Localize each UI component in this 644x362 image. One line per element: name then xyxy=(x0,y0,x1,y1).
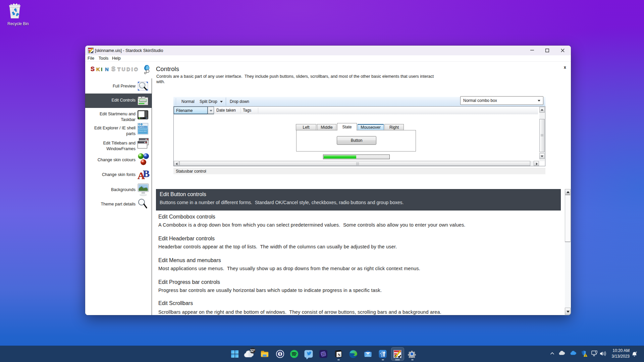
svg-text:I: I xyxy=(101,71,102,77)
svg-text:B: B xyxy=(143,168,150,179)
svg-text:z: z xyxy=(636,351,637,353)
svg-text:Organize ▾ Views: Organize ▾ Views xyxy=(139,126,148,128)
svg-text:I: I xyxy=(101,66,102,72)
svg-text:K: K xyxy=(96,66,100,72)
svg-text:32°: 32° xyxy=(250,349,255,353)
svg-text:TUDIO: TUDIO xyxy=(117,66,139,72)
svg-text:N: N xyxy=(338,353,341,357)
svg-text:TUDIO: TUDIO xyxy=(117,71,139,77)
svg-text:K: K xyxy=(96,71,100,77)
svg-text:N: N xyxy=(105,71,109,77)
svg-text:Classic View: Classic View xyxy=(139,130,147,132)
svg-text:Controls: Controls xyxy=(140,100,147,102)
svg-text:N: N xyxy=(105,66,109,72)
